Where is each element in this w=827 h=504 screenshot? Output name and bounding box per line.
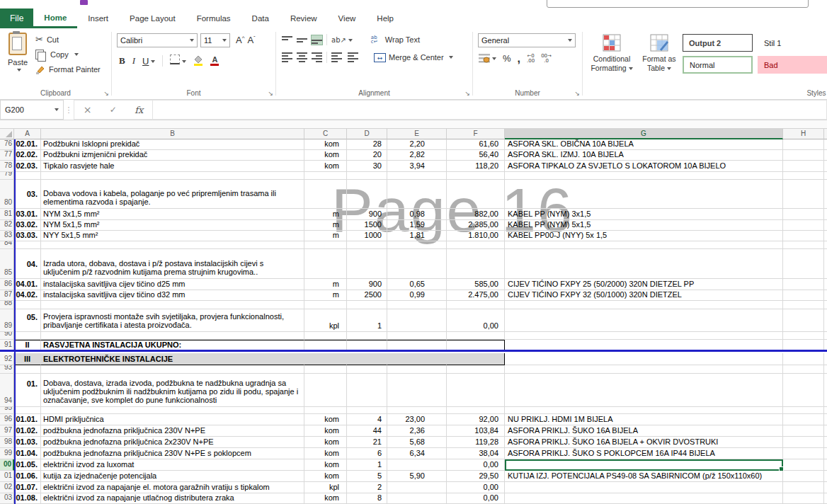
cell-e[interactable]: 1,81: [387, 231, 447, 241]
cell-c[interactable]: kom: [304, 437, 347, 448]
cell-f[interactable]: [447, 407, 505, 414]
conditional-formatting-button[interactable]: ConditionalFormatting: [588, 34, 635, 73]
cell-h[interactable]: [783, 353, 824, 365]
decrease-decimal-button[interactable]: 00→.0: [541, 54, 552, 64]
align-middle-icon[interactable]: [297, 35, 307, 45]
cell-f[interactable]: 2.475,00: [447, 290, 505, 301]
selected-cell-G200[interactable]: [505, 459, 783, 471]
cell-g[interactable]: [505, 493, 783, 504]
cell-sp[interactable]: [824, 459, 827, 471]
cell-b[interactable]: NYM 3x1,5 mm²: [41, 209, 304, 220]
cell-f[interactable]: 0,00: [447, 309, 505, 332]
cell-f[interactable]: 0,00: [447, 493, 505, 504]
cell-h[interactable]: [783, 448, 824, 459]
cell-d[interactable]: 900: [347, 209, 387, 220]
cell-d[interactable]: [347, 249, 387, 279]
cell-c[interactable]: m: [304, 279, 347, 290]
cell-d[interactable]: [347, 332, 387, 340]
formula-input[interactable]: [153, 100, 827, 120]
cell-sp[interactable]: [824, 161, 827, 172]
cell-c[interactable]: kom: [304, 414, 347, 425]
cell-e[interactable]: 0,98: [387, 209, 447, 220]
cell-sp[interactable]: [824, 290, 827, 301]
cell-b[interactable]: električni izvod za napajanje el. motora…: [41, 482, 304, 493]
cell-e[interactable]: [387, 180, 447, 209]
insert-function-icon[interactable]: fx: [135, 105, 143, 115]
cell-e[interactable]: [387, 407, 447, 414]
cell-a[interactable]: 02.03.: [14, 161, 41, 172]
cell-e[interactable]: [387, 172, 447, 180]
cell-f[interactable]: [447, 353, 505, 365]
select-all-corner[interactable]: [0, 129, 14, 139]
cell-f[interactable]: 0,00: [447, 459, 505, 471]
cell-a[interactable]: 02.01.: [14, 139, 41, 150]
cell-a[interactable]: [14, 332, 41, 340]
formula-bar-splitter[interactable]: ⋮: [64, 100, 74, 120]
underline-button[interactable]: U: [142, 55, 155, 67]
cell-c[interactable]: [304, 374, 347, 407]
cell-g[interactable]: ASFORA SKL. OBIČNA 10A BIJELA: [505, 139, 783, 150]
cell-a[interactable]: 04.02.: [14, 290, 41, 301]
cell-a[interactable]: 03.01.: [14, 209, 41, 220]
cell-c[interactable]: kom: [304, 459, 347, 471]
cell-d[interactable]: [347, 365, 387, 374]
cell-h[interactable]: [783, 172, 824, 180]
cell-sp[interactable]: [824, 209, 827, 220]
cell-g[interactable]: [505, 241, 783, 249]
cell-d[interactable]: 8: [347, 493, 387, 504]
row-header[interactable]: 78: [0, 161, 14, 172]
cell-b[interactable]: [41, 365, 304, 374]
paste-button[interactable]: Paste: [3, 33, 33, 84]
cell-c[interactable]: kpl: [304, 482, 347, 493]
cell-sp[interactable]: [824, 437, 827, 448]
cell-f[interactable]: 38,04: [447, 448, 505, 459]
row-header[interactable]: 86: [0, 279, 14, 290]
cell-g[interactable]: [505, 172, 783, 180]
cell-g[interactable]: CIJEV TIĆINO FXPY 25 (50/2000) 320N DIET…: [505, 279, 783, 290]
cell-a[interactable]: 01.02.: [14, 425, 41, 437]
cell-sp[interactable]: [824, 309, 827, 332]
cell-e[interactable]: 1,59: [387, 220, 447, 231]
cell-sp[interactable]: [824, 301, 827, 309]
row-header[interactable]: 00: [0, 459, 14, 471]
cell-f[interactable]: 56,40: [447, 150, 505, 161]
increase-decimal-button[interactable]: ←0.00: [527, 54, 535, 64]
cell-sp[interactable]: [824, 332, 827, 340]
cell-c[interactable]: m: [304, 209, 347, 220]
cell-g[interactable]: [505, 301, 783, 309]
tab-view[interactable]: View: [328, 8, 367, 28]
cell-b[interactable]: Tipkalo rasvjete hale: [41, 161, 304, 172]
cell-h[interactable]: [783, 290, 824, 301]
cell-sp[interactable]: [824, 231, 827, 241]
cell-e[interactable]: [387, 249, 447, 279]
row-header[interactable]: 88: [0, 301, 14, 309]
tab-data[interactable]: Data: [241, 8, 280, 28]
column-header-h[interactable]: H: [783, 129, 824, 139]
cell-a[interactable]: 03.03.: [14, 231, 41, 241]
row-header[interactable]: 99: [0, 448, 14, 459]
style-output-2[interactable]: Output 2: [683, 34, 753, 52]
cell-c[interactable]: kom: [304, 493, 347, 504]
cell-b[interactable]: instalacijska savitljiva cijev tičino d3…: [41, 290, 304, 301]
cell-e[interactable]: 23,00: [387, 414, 447, 425]
format-painter-button[interactable]: Format Painter: [35, 64, 101, 74]
align-right-icon[interactable]: [312, 52, 322, 62]
cell-b[interactable]: podžbukna jednofazna priključnica 230V N…: [41, 448, 304, 459]
cell-g[interactable]: CIJEV TIĆINO FXPY 32 (50/1000) 320N DIET…: [505, 290, 783, 301]
cell-a[interactable]: 01.05.: [14, 459, 41, 471]
row-header[interactable]: 97: [0, 425, 14, 437]
cell-e[interactable]: 3,94: [387, 161, 447, 172]
cell-f[interactable]: 119,28: [447, 437, 505, 448]
cell-e[interactable]: [387, 309, 447, 332]
clipboard-dialog-launcher[interactable]: ↘: [103, 91, 109, 97]
row-header[interactable]: 92: [0, 353, 14, 365]
cell-f[interactable]: [447, 332, 505, 340]
cell-e[interactable]: 5,68: [387, 437, 447, 448]
align-bottom-icon[interactable]: [312, 35, 322, 45]
cell-d[interactable]: 1500: [347, 220, 387, 231]
cell-a[interactable]: [14, 365, 41, 374]
font-color-button[interactable]: A: [210, 56, 219, 66]
style-stil-1[interactable]: Stil 1: [758, 34, 827, 52]
cell-sp[interactable]: [824, 482, 827, 493]
cell-c[interactable]: [304, 332, 347, 340]
